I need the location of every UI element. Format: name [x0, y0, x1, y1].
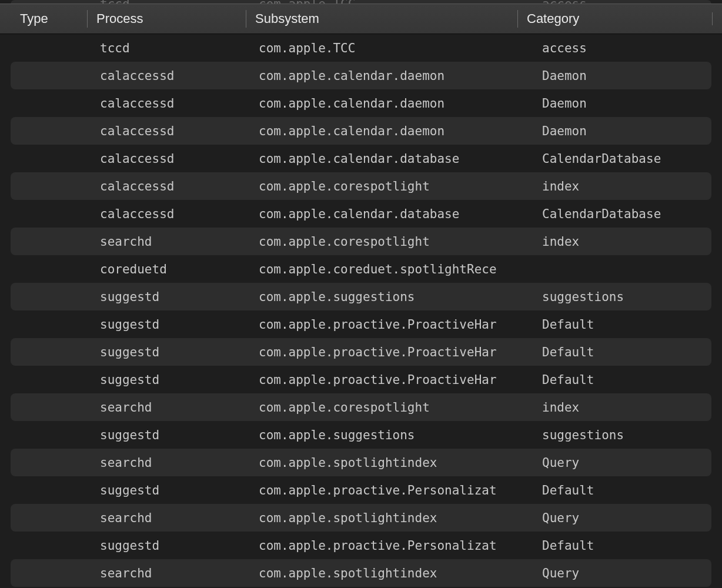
table-row[interactable]: suggestd com.apple.proactive.ProactiveHa… [11, 338, 711, 366]
cell-subsystem: com.apple.calendar.database [256, 152, 528, 166]
table-row[interactable]: calaccessd com.apple.calendar.daemon Dae… [11, 62, 711, 89]
cell-subsystem: com.apple.corespotlight [256, 400, 528, 415]
cell-process: searchd [98, 456, 256, 470]
cell-process: calaccessd [98, 69, 256, 83]
cell-process: searchd [98, 511, 256, 525]
cell-category: Query [528, 566, 722, 580]
cell-category: suggestions [528, 428, 722, 442]
table-row[interactable]: searchd com.apple.spotlightindex Query [11, 559, 711, 587]
cell-category: index [528, 235, 722, 249]
cell-subsystem: com.apple.calendar.daemon [256, 69, 528, 83]
table-row[interactable]: suggestd com.apple.proactive.Personaliza… [11, 532, 711, 559]
column-header-category[interactable]: Category [517, 4, 711, 34]
table-row[interactable]: suggestd com.apple.proactive.ProactiveHa… [11, 310, 711, 338]
cell-category: access [528, 41, 722, 55]
table-row[interactable]: searchd com.apple.corespotlight index [11, 228, 711, 255]
table-row[interactable]: coreduetd com.apple.coreduet.spotlightRe… [11, 255, 711, 283]
cell-category: CalendarDatabase [528, 152, 722, 166]
cell-subsystem: com.apple.coreduet.spotlightRece [256, 262, 528, 276]
cell-subsystem: com.apple.proactive.Personalizat [256, 483, 528, 497]
cell-process: calaccessd [98, 96, 256, 111]
cell-process: searchd [98, 235, 256, 249]
cell-category: Daemon [528, 69, 722, 83]
table-row[interactable]: suggestd com.apple.proactive.ProactiveHa… [11, 366, 711, 393]
cell-subsystem: com.apple.suggestions [256, 290, 528, 304]
cell-subsystem: com.apple.calendar.database [256, 207, 528, 221]
table-row[interactable]: calaccessd com.apple.calendar.database C… [11, 200, 711, 228]
cell-subsystem: com.apple.corespotlight [256, 179, 528, 193]
cell-subsystem: com.apple.proactive.Personalizat [256, 539, 528, 553]
cell-process: coreduetd [98, 262, 256, 276]
cell-process: suggestd [98, 483, 256, 497]
cell-category: Default [528, 539, 722, 553]
cell-category: index [528, 400, 722, 415]
cell-category: Default [528, 483, 722, 497]
cell-category: Default [528, 373, 722, 387]
table-row[interactable]: calaccessd com.apple.calendar.daemon Dae… [11, 89, 711, 117]
cell-process: calaccessd [98, 152, 256, 166]
cell-subsystem: com.apple.proactive.ProactiveHar [256, 373, 528, 387]
cell-category: CalendarDatabase [528, 207, 722, 221]
table-row[interactable]: suggestd com.apple.suggestions suggestio… [11, 283, 711, 310]
cell-subsystem: com.apple.proactive.ProactiveHar [256, 318, 528, 332]
table-row[interactable]: tccd com.apple.TCC access [11, 34, 711, 62]
cell-category: Daemon [528, 96, 722, 111]
cell-process: searchd [98, 400, 256, 415]
table-header: Type Process Subsystem Category [0, 4, 722, 34]
column-header-process[interactable]: Process [87, 4, 246, 34]
column-header-type[interactable]: Type [0, 4, 87, 34]
cell-process: suggestd [98, 373, 256, 387]
cell-subsystem: com.apple.TCC [256, 41, 528, 55]
cell-process: suggestd [98, 345, 256, 359]
cell-subsystem: com.apple.suggestions [256, 428, 528, 442]
table-row[interactable]: calaccessd com.apple.corespotlight index [11, 172, 711, 200]
cell-process: suggestd [98, 290, 256, 304]
cell-subsystem: com.apple.calendar.daemon [256, 124, 528, 138]
cell-subsystem: com.apple.proactive.ProactiveHar [256, 345, 528, 359]
cell-process: calaccessd [98, 124, 256, 138]
cell-subsystem: com.apple.calendar.daemon [256, 96, 528, 111]
cell-subsystem: com.apple.corespotlight [256, 235, 528, 249]
cell-category: Query [528, 456, 722, 470]
cell-category: Default [528, 345, 722, 359]
cell-subsystem: com.apple.spotlightindex [256, 511, 528, 525]
table-row[interactable]: searchd com.apple.corespotlight index [11, 393, 711, 421]
cell-process: tccd [98, 41, 256, 55]
cell-process: suggestd [98, 318, 256, 332]
table-row[interactable]: suggestd com.apple.proactive.Personaliza… [11, 476, 711, 504]
cell-category: Daemon [528, 124, 722, 138]
cell-subsystem: com.apple.spotlightindex [256, 566, 528, 580]
table-row[interactable]: searchd com.apple.spotlightindex Query [11, 449, 711, 476]
table-row[interactable]: calaccessd com.apple.calendar.database C… [11, 145, 711, 172]
table-row[interactable]: calaccessd com.apple.calendar.daemon Dae… [11, 117, 711, 145]
cell-category: index [528, 179, 722, 193]
cell-category: suggestions [528, 290, 722, 304]
cell-category: Default [528, 318, 722, 332]
column-header-subsystem[interactable]: Subsystem [246, 4, 517, 34]
log-table: tccd com.apple.TCC access Type Process S… [0, 0, 722, 588]
cell-process: suggestd [98, 539, 256, 553]
cell-process: searchd [98, 566, 256, 580]
cell-process: calaccessd [98, 179, 256, 193]
cell-subsystem: com.apple.spotlightindex [256, 456, 528, 470]
column-divider[interactable] [712, 12, 713, 25]
table-row[interactable]: searchd com.apple.spotlightindex Query [11, 504, 711, 532]
cell-process: suggestd [98, 428, 256, 442]
table-row[interactable]: suggestd com.apple.suggestions suggestio… [11, 421, 711, 449]
cell-process: calaccessd [98, 207, 256, 221]
table-body[interactable]: tccd com.apple.TCC access calaccessd com… [0, 34, 722, 588]
cell-category: Query [528, 511, 722, 525]
